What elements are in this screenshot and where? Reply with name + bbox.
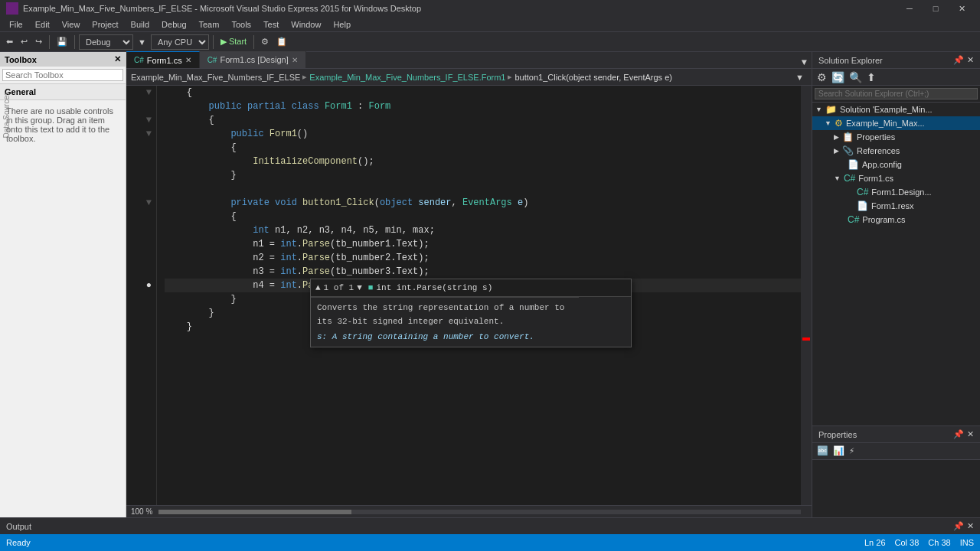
se-item-programcs[interactable]: C# Program.cs xyxy=(812,213,980,227)
props-header: Properties 📌 ✕ xyxy=(812,426,980,443)
toolbox-panel: Toolbox ✕ General There are no usable co… xyxy=(0,52,126,517)
autocomplete-counter: 1 of 1 xyxy=(324,281,354,295)
se-pin[interactable]: 📌 xyxy=(953,55,964,65)
se-item-properties[interactable]: ▶ 📋 Properties xyxy=(812,130,980,144)
props-pin[interactable]: 📌 xyxy=(953,429,964,439)
se-search-input[interactable] xyxy=(815,88,978,99)
menu-edit[interactable]: Edit xyxy=(29,17,56,32)
se-item-solution[interactable]: ▼ 📁 Solution 'Example_Min... xyxy=(812,103,980,116)
se-header-controls[interactable]: 📌 ✕ xyxy=(953,55,974,65)
toolbar-back[interactable]: ⬅ xyxy=(3,34,16,51)
se-expand-solution[interactable]: ▼ xyxy=(815,106,822,113)
code-line-6: InitializeComponent(); xyxy=(165,155,801,168)
se-expand-references[interactable]: ▶ xyxy=(834,147,839,155)
props-btn-categorize[interactable]: 📊 xyxy=(831,444,846,458)
tab-form1-design[interactable]: C# Form1.cs [Design] ✕ xyxy=(200,51,306,68)
ln-num-close1 xyxy=(126,292,152,306)
toolbar-redo[interactable]: ↪ xyxy=(32,34,45,51)
ln-num-blank2 xyxy=(126,141,152,155)
autocomplete-desc-text: Converts the string representation of a … xyxy=(317,301,573,328)
cpu-dropdown[interactable]: Any CPU x86 x64 xyxy=(151,34,209,50)
menu-tools[interactable]: Tools xyxy=(225,17,257,32)
autocomplete-nav-prev[interactable]: ▲ xyxy=(315,281,321,295)
close-button[interactable]: ✕ xyxy=(949,0,974,17)
breadcrumb-scroll[interactable]: ▼ xyxy=(792,73,807,82)
menu-file[interactable]: File xyxy=(3,17,29,32)
menu-project[interactable]: Project xyxy=(86,17,124,32)
menu-test[interactable]: Test xyxy=(257,17,285,32)
props-title: Properties xyxy=(818,430,857,439)
toolbar-sep3 xyxy=(213,35,214,49)
se-expand-properties[interactable]: ▶ xyxy=(834,133,839,141)
se-item-references[interactable]: ▶ 📎 References xyxy=(812,144,980,158)
zoom-level[interactable]: 100 % xyxy=(131,507,152,516)
output-pin[interactable]: 📌 xyxy=(953,521,964,531)
props-btn-events[interactable]: ⚡ xyxy=(848,444,856,458)
toolbox-search-input[interactable] xyxy=(2,69,123,81)
se-btn-collapse[interactable]: ⬆ xyxy=(865,70,877,85)
tab-form1-design-close[interactable]: ✕ xyxy=(292,56,298,64)
breadcrumb-item1[interactable]: Example_Min_Max_Five_Numbers_IF_ELSE xyxy=(131,73,300,82)
output-header-controls[interactable]: 📌 ✕ xyxy=(953,521,974,531)
breadcrumb-sep2: ▸ xyxy=(508,72,512,82)
menu-debug[interactable]: Debug xyxy=(155,17,192,32)
se-btn-filter[interactable]: 🔍 xyxy=(848,70,864,85)
ln-num-n2 xyxy=(126,251,152,265)
minimize-button[interactable]: ─ xyxy=(897,0,922,17)
se-item-form1resx[interactable]: 📄 Form1.resx xyxy=(812,199,980,213)
se-label-form1resx: Form1.resx xyxy=(871,201,914,210)
output-close[interactable]: ✕ xyxy=(967,521,974,531)
se-item-form1cs[interactable]: ▼ C# Form1.cs xyxy=(812,171,980,185)
breadcrumb-item3[interactable]: button1_Click(object sender, EventArgs e… xyxy=(514,73,671,82)
autocomplete-nav-next[interactable]: ▼ xyxy=(357,281,362,295)
se-content: ▼ 📁 Solution 'Example_Min... ▼ ⚙ Example… xyxy=(812,103,980,425)
se-item-appconfig[interactable]: 📄 App.config xyxy=(812,158,980,171)
props-header-controls[interactable]: 📌 ✕ xyxy=(953,429,974,439)
window-controls[interactable]: ─ □ ✕ xyxy=(897,0,974,17)
se-icon-config: 📄 xyxy=(848,159,859,170)
se-expand-form1cs[interactable]: ▼ xyxy=(834,174,841,182)
menu-help[interactable]: Help xyxy=(327,17,357,32)
status-right: Ln 26 Col 38 Ch 38 INS xyxy=(864,538,974,547)
se-item-project[interactable]: ▼ ⚙ Example_Min_Max... xyxy=(812,116,980,130)
tab-form1-cs-close[interactable]: ✕ xyxy=(185,56,191,64)
code-line-9: private void button1_Click(object sender… xyxy=(165,196,801,210)
menu-team[interactable]: Team xyxy=(193,17,226,32)
se-btn-refresh[interactable]: 🔄 xyxy=(830,70,846,85)
code-line-2: public partial class Form1 : Form xyxy=(165,99,801,113)
h-scroll-thumb xyxy=(158,510,351,514)
editor-scrollbar[interactable] xyxy=(801,86,812,505)
ln-num-blank4 xyxy=(126,182,152,196)
menu-build[interactable]: Build xyxy=(125,17,155,32)
breadcrumb-item2[interactable]: Example_Min_Max_Five_Numbers_IF_ELSE.For… xyxy=(309,73,505,82)
se-label-references: References xyxy=(857,146,900,155)
debug-mode-dropdown[interactable]: Debug Release xyxy=(79,34,133,50)
se-close[interactable]: ✕ xyxy=(967,55,974,65)
code-content[interactable]: { public partial class Form1 : Form { pu… xyxy=(157,86,801,505)
line-numbers: ▼ ▼ ▼ ▼ ● xyxy=(126,86,157,505)
toolbar-btn-extra2[interactable]: 📋 xyxy=(273,34,290,51)
props-btn-sort[interactable]: 🔤 xyxy=(815,444,830,458)
menu-window[interactable]: Window xyxy=(285,17,327,32)
menu-view[interactable]: View xyxy=(56,17,87,32)
se-icon-properties: 📋 xyxy=(842,132,854,142)
props-close[interactable]: ✕ xyxy=(967,429,974,439)
toolbox-close[interactable]: ✕ xyxy=(114,54,121,64)
autocomplete-popup[interactable]: ▲ 1 of 1 ▼ ■ int int.Parse(string s) Con… xyxy=(310,279,632,347)
tab-scroll-right[interactable]: ▼ xyxy=(797,57,812,68)
toolbox-search-bar[interactable] xyxy=(0,67,126,84)
toolbar-save[interactable]: 💾 xyxy=(54,34,70,51)
se-btn-properties[interactable]: ⚙ xyxy=(815,70,828,85)
se-expand-project[interactable]: ▼ xyxy=(825,119,831,127)
ln-num-n1 xyxy=(126,237,152,251)
status-col: Col 38 xyxy=(895,538,920,547)
tab-form1-cs[interactable]: C# Form1.cs ✕ xyxy=(126,51,200,68)
se-item-form1design[interactable]: C# Form1.Design... xyxy=(812,185,980,199)
toolbox-general-label[interactable]: General xyxy=(0,84,126,100)
start-button[interactable]: ▶ Start xyxy=(217,34,250,51)
restore-button[interactable]: □ xyxy=(923,0,948,17)
toolbar-undo[interactable]: ↩ xyxy=(18,34,31,51)
toolbar-btn-extra1[interactable]: ⚙ xyxy=(258,34,272,51)
se-search-bar[interactable] xyxy=(812,86,980,103)
horizontal-scrollbar[interactable] xyxy=(158,510,801,514)
